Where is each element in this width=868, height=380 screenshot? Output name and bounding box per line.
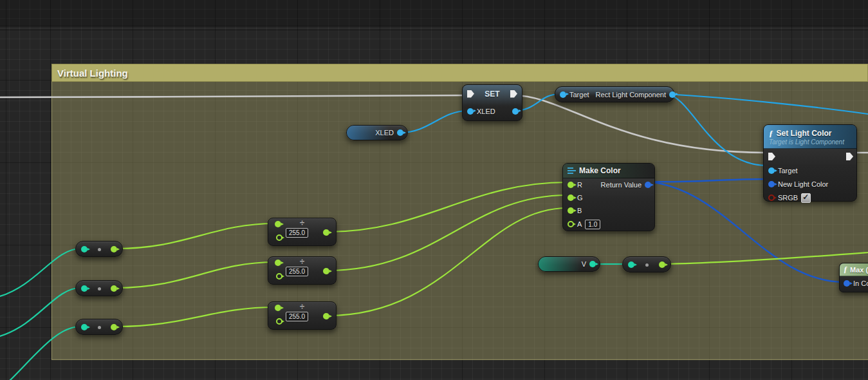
dividend-pin[interactable] xyxy=(275,260,281,266)
int-to-float-conversion-node[interactable] xyxy=(75,319,123,335)
exec-in-pin[interactable] xyxy=(768,153,775,160)
in-color-label: In Col xyxy=(853,280,868,287)
divisor-value-input[interactable]: 255.0 xyxy=(286,312,308,321)
rect-light-output-pin[interactable] xyxy=(669,91,676,98)
set-light-color-node[interactable]: ƒSet Light Color Target is Light Compone… xyxy=(763,124,857,202)
conversion-input-pin[interactable] xyxy=(81,246,88,252)
make-color-node[interactable]: Make Color R Return Value G B A 1.0 xyxy=(562,163,655,231)
xled-getter-node[interactable]: XLED xyxy=(346,125,408,140)
exec-in-pin[interactable] xyxy=(467,90,474,98)
srgb-checkbox[interactable] xyxy=(801,193,811,203)
divisor-pin[interactable] xyxy=(276,234,282,241)
divide-node-g[interactable]: ÷ 255.0 xyxy=(268,256,337,285)
srgb-label: SRGB xyxy=(778,194,798,202)
max-node[interactable]: ƒ Max ( In Col xyxy=(839,263,868,292)
set-node-title: SET xyxy=(477,90,507,99)
make-color-title: Make Color xyxy=(579,166,621,175)
v-getter-label: V xyxy=(582,260,586,268)
target-input-pin[interactable] xyxy=(560,91,566,98)
v-getter-output-pin[interactable] xyxy=(589,261,596,267)
xled-input-pin[interactable] xyxy=(467,108,474,115)
set-light-color-header: ƒSet Light Color Target is Light Compone… xyxy=(764,125,856,149)
g-pin[interactable] xyxy=(568,195,574,201)
int-to-float-conversion-node[interactable] xyxy=(75,241,123,257)
max-node-title: Max ( xyxy=(850,266,868,274)
conversion-output-pin[interactable] xyxy=(111,285,117,292)
make-struct-icon xyxy=(568,167,576,174)
divide-node-r[interactable]: ÷ 255.0 xyxy=(268,218,337,246)
divisor-pin[interactable] xyxy=(276,273,282,280)
conversion-output-pin[interactable] xyxy=(659,261,665,268)
divisor-pin[interactable] xyxy=(276,318,282,325)
srgb-pin[interactable] xyxy=(768,195,775,201)
return-value-label: Return Value xyxy=(601,181,642,189)
g-pin-label: G xyxy=(577,194,583,202)
xled-output-pin[interactable] xyxy=(512,108,519,115)
function-icon: ƒ xyxy=(844,265,847,274)
exec-out-pin[interactable] xyxy=(510,90,517,98)
target-pin[interactable] xyxy=(768,167,775,174)
in-color-pin[interactable] xyxy=(844,280,850,287)
b-pin[interactable] xyxy=(568,207,574,214)
exec-out-pin[interactable] xyxy=(846,153,853,160)
conversion-icon xyxy=(98,248,101,251)
a-pin[interactable] xyxy=(568,221,574,227)
conversion-output-pin[interactable] xyxy=(111,324,117,330)
xled-getter-output-pin[interactable] xyxy=(397,129,403,136)
conversion-icon xyxy=(98,326,101,329)
divide-output-pin[interactable] xyxy=(323,268,329,274)
conversion-icon xyxy=(98,287,101,290)
new-light-color-pin[interactable] xyxy=(768,181,775,187)
v-getter-node[interactable]: V xyxy=(538,256,600,272)
max-node-header: ƒ Max ( xyxy=(840,263,868,276)
divide-node-b[interactable]: ÷ 255.0 xyxy=(268,301,337,330)
set-light-color-title: Set Light Color xyxy=(777,129,832,138)
return-value-pin[interactable] xyxy=(645,182,651,188)
divisor-value-input[interactable]: 255.0 xyxy=(286,267,308,276)
rect-light-component-label: Rect Light Component xyxy=(596,91,666,99)
rect-light-component-node[interactable]: Target Rect Light Component xyxy=(555,86,674,102)
comment-title: Virtual Lighting xyxy=(57,68,128,79)
new-light-color-label: New Light Color xyxy=(778,180,828,188)
conversion-input-pin[interactable] xyxy=(81,285,88,292)
function-icon: ƒ xyxy=(769,128,773,138)
set-xled-node[interactable]: SET XLED xyxy=(462,84,522,121)
xled-getter-label: XLED xyxy=(375,129,394,137)
blueprint-graph-canvas[interactable]: Virtual Lighting SET xyxy=(0,0,868,380)
xled-pin-label: XLED xyxy=(477,108,495,115)
int-to-float-conversion-node[interactable] xyxy=(75,280,123,296)
b-pin-label: B xyxy=(577,207,582,214)
comment-box-header[interactable]: Virtual Lighting xyxy=(51,64,868,82)
set-light-color-subtitle: Target is Light Component xyxy=(769,138,851,146)
divisor-value-input[interactable]: 255.0 xyxy=(286,228,308,238)
conversion-input-pin[interactable] xyxy=(81,324,88,330)
conversion-input-pin[interactable] xyxy=(628,261,634,268)
comment-box-body xyxy=(51,82,868,360)
r-pin[interactable] xyxy=(568,182,574,188)
conversion-output-pin[interactable] xyxy=(111,246,117,252)
dividend-pin[interactable] xyxy=(275,221,281,227)
r-pin-label: R xyxy=(577,181,582,189)
a-value-input[interactable]: 1.0 xyxy=(585,220,600,229)
graph-top-shade xyxy=(0,0,868,26)
a-pin-label: A xyxy=(577,220,582,228)
target-pin-label: Target xyxy=(569,91,589,99)
divide-output-pin[interactable] xyxy=(323,229,329,236)
int-to-float-conversion-node[interactable] xyxy=(622,256,671,272)
target-pin-label: Target xyxy=(778,167,798,175)
conversion-icon xyxy=(645,263,649,267)
divide-output-pin[interactable] xyxy=(323,313,329,319)
dividend-pin[interactable] xyxy=(275,305,281,311)
make-color-header: Make Color xyxy=(563,164,654,178)
